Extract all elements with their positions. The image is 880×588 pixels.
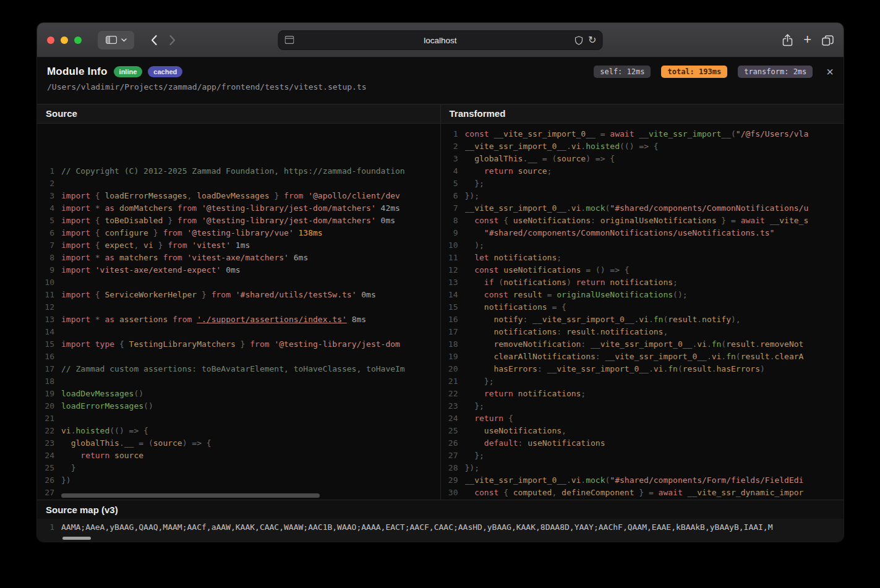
code-line: 4 return source; [441, 165, 844, 177]
forward-button[interactable] [169, 35, 176, 46]
code-text: useNotifications, [465, 425, 844, 437]
line-number: 13 [37, 313, 54, 326]
new-tab-icon[interactable]: + [803, 33, 811, 46]
code-text: }; [465, 450, 844, 462]
line-number: 9 [37, 264, 54, 276]
line-number: 1 [37, 165, 54, 177]
source-pane-title: Source [37, 104, 440, 124]
code-line: 6}); [441, 190, 844, 202]
transformed-pane-title: Transformed [441, 104, 844, 124]
code-line: 18 removeNotification: __vite_ssr_import… [441, 338, 844, 351]
code-text: }; [465, 375, 844, 388]
code-line: 7import { expect, vi } from 'vitest' 1ms [37, 239, 440, 252]
line-number: 29 [441, 474, 458, 487]
source-code: 1// Copyright (C) 2012-2025 Zammad Found… [37, 124, 440, 500]
code-text: import * as matchers from 'vitest-axe/ma… [61, 252, 440, 264]
code-line: 12 [37, 301, 440, 313]
code-text: } [61, 462, 440, 474]
source-map-title: Source map (v3) [37, 500, 844, 519]
code-line: 10 [37, 276, 440, 289]
code-text: notifications: result.notifications, [465, 326, 844, 338]
code-line: 20 hasErrors: __vite_ssr_import_0__.vi.f… [441, 363, 844, 375]
code-text: let notifications; [465, 252, 844, 264]
code-text: vi.hoisted(() => { [61, 425, 440, 437]
code-line: 24 return source [37, 450, 440, 462]
code-line: 10 ); [441, 239, 844, 252]
line-number: 24 [37, 450, 54, 462]
code-text: }; [465, 400, 844, 412]
code-line: 8import * as matchers from 'vitest-axe/m… [37, 252, 440, 264]
code-text: return source; [465, 165, 844, 177]
horizontal-scrollbar[interactable] [62, 537, 91, 540]
line-number: 8 [37, 252, 54, 264]
code-text: if (notifications) return notifications; [465, 276, 844, 289]
module-badges: inlinecached [114, 66, 183, 77]
line-number: 5 [37, 215, 54, 227]
code-line: 18 [37, 375, 440, 388]
code-text [61, 351, 440, 363]
source-map-content: 1AAMA;AAeA,yBAAG,QAAQ,MAAM;AACf,aAAW,KAA… [37, 519, 844, 542]
code-text: __vite_ssr_import_0__.vi.hoisted(() => { [465, 140, 844, 153]
code-line: 21 [37, 412, 440, 425]
code-text: import { loadErrorMessages, loadDevMessa… [61, 190, 440, 202]
code-text: import { expect, vi } from 'vitest' 1ms [61, 239, 440, 252]
reload-icon[interactable]: ↻ [588, 35, 596, 45]
transformed-code: 1const __vite_ssr_import_0__ = await __v… [441, 124, 844, 500]
code-line: 19 clearAllNotifications: __vite_ssr_imp… [441, 351, 844, 363]
code-text: import * as assertions from './support/a… [61, 313, 440, 326]
share-icon[interactable] [782, 34, 793, 46]
line-number: 16 [37, 351, 54, 363]
code-line: 2__vite_ssr_import_0__.vi.hoisted(() => … [441, 140, 844, 153]
code-text: loadErrorMessages() [61, 400, 440, 412]
code-text: }); [465, 462, 844, 474]
timing-metrics: self: 12mstotal: 193mstransform: 2ms [594, 66, 813, 78]
code-link[interactable]: './support/assertions/index.ts' [197, 315, 347, 324]
code-line: 3import { loadErrorMessages, loadDevMess… [37, 190, 440, 202]
code-line: 26}) [37, 474, 440, 487]
back-button[interactable] [150, 35, 158, 46]
line-number: 3 [37, 190, 54, 202]
code-text: return source [61, 450, 440, 462]
line-number: 15 [441, 301, 458, 313]
line-number: 4 [37, 202, 54, 215]
toolbar-right: + [782, 23, 834, 58]
horizontal-scrollbar[interactable] [61, 493, 320, 498]
code-line: 7__vite_ssr_import_0__.vi.mock("#shared/… [441, 202, 844, 215]
code-line: 29__vite_ssr_import_0__.vi.mock("#shared… [441, 474, 844, 487]
line-number: 11 [441, 252, 458, 264]
line-number: 2 [441, 140, 458, 153]
page-icon [285, 36, 294, 44]
line-number: 4 [441, 165, 458, 177]
code-text: }) [61, 474, 440, 487]
code-text: notifications = { [465, 301, 844, 313]
code-text: // Zammad custom assertions: toBeAvatarE… [61, 363, 440, 375]
line-number: 2 [37, 177, 54, 190]
sidebar-toggle-button[interactable] [98, 31, 134, 49]
line-number: 19 [37, 388, 54, 400]
code-line: 3 globalThis.__ = (source) => { [441, 153, 844, 165]
code-text: __vite_ssr_import_0__.vi.mock("#shared/c… [465, 474, 844, 487]
code-text: const { computed, defineComponent } = aw… [465, 487, 844, 499]
line-number: 25 [37, 462, 54, 474]
badge-cached: cached [148, 66, 182, 77]
window-controls [47, 36, 82, 44]
browser-titlebar: localhost ↻ + [37, 23, 844, 58]
zoom-window-button[interactable] [74, 36, 82, 44]
line-number: 9 [441, 227, 458, 239]
code-text [61, 276, 440, 289]
code-text: globalThis.__ = (source) => { [61, 437, 440, 450]
line-number: 3 [441, 153, 458, 165]
line-number: 21 [37, 412, 54, 425]
code-text: const __vite_ssr_import_0__ = await __vi… [465, 128, 844, 140]
code-line: 9 "#shared/components/CommonNotification… [441, 227, 844, 239]
shield-icon[interactable] [575, 36, 583, 45]
line-number: 22 [37, 425, 54, 437]
close-icon[interactable]: × [826, 66, 834, 78]
line-number: 18 [37, 375, 54, 388]
code-line: 15 notifications = { [441, 301, 844, 313]
tab-overview-icon[interactable] [822, 35, 834, 46]
minimize-window-button[interactable] [61, 36, 68, 44]
line-number: 6 [37, 227, 54, 239]
address-bar[interactable]: localhost ↻ [278, 30, 603, 50]
close-window-button[interactable] [47, 36, 54, 44]
